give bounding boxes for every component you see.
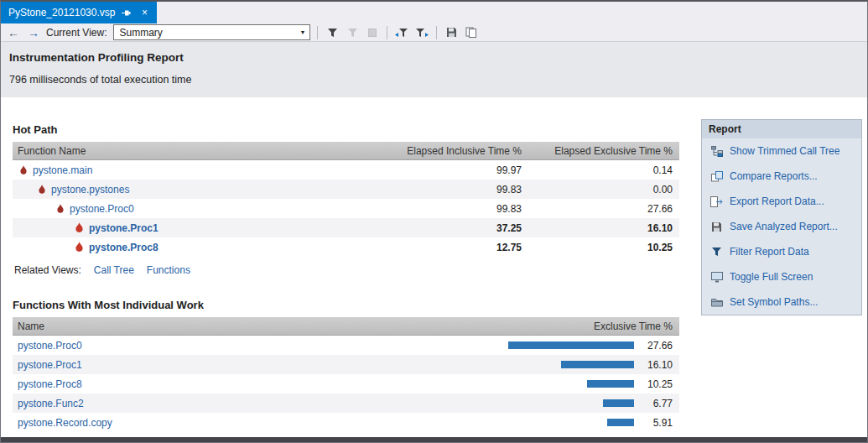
report-item-set-symbol-paths[interactable]: Set Symbol Paths... [702, 289, 861, 315]
hot-flame-icon [75, 222, 84, 233]
back-icon[interactable]: ← [6, 25, 21, 40]
main-content: Hot Path Function Name Elapsed Inclusive… [1, 97, 867, 442]
stop-icon[interactable] [365, 25, 380, 40]
column-header-function-name: Function Name [13, 145, 373, 157]
related-link-call-tree[interactable]: Call Tree [94, 264, 134, 276]
exclusive-time-value: 27.66 [528, 203, 679, 215]
function-link[interactable]: pystone.Proc0 [70, 203, 134, 215]
column-header-inclusive: Elapsed Inclusive Time % [373, 145, 528, 157]
filter-report-data-icon [710, 247, 723, 257]
function-link[interactable]: pystone.main [33, 164, 92, 176]
function-link[interactable]: pystone.Record.copy [13, 417, 508, 429]
filter-icon[interactable] [325, 25, 340, 40]
related-link-functions[interactable]: Functions [147, 264, 190, 276]
report-header: Instrumentation Profiling Report 796 mil… [1, 42, 867, 97]
column-header-exclusive-time: Exclusive Time % [486, 321, 679, 332]
clear-filter-icon[interactable] [345, 25, 360, 40]
individual-work-table-header: Name Exclusive Time % [13, 317, 679, 336]
table-row: pystone.pystones 99.83 0.00 [13, 180, 679, 199]
individual-work-rows: pystone.Proc0 27.66 pystone.Proc1 16.10 … [13, 336, 679, 432]
save-icon[interactable] [444, 25, 459, 40]
page-title: Instrumentation Profiling Report [9, 51, 859, 64]
flame-icon [56, 204, 65, 214]
function-link[interactable]: pystone.Proc0 [13, 340, 508, 352]
table-row: pystone.Func2 6.77 [13, 393, 679, 413]
time-bar [508, 341, 634, 349]
report-item-save-analyzed-report[interactable]: Save Analyzed Report... [702, 214, 861, 239]
column-header-name: Name [13, 321, 486, 332]
column-header-exclusive: Elapsed Exclusive Time % [528, 145, 679, 157]
report-item-toggle-full-screen[interactable]: Toggle Full Screen [702, 264, 861, 289]
table-row: pystone.main 99.97 0.14 [13, 160, 679, 180]
toolbar-separator [436, 26, 437, 39]
save-analyzed-report-icon [710, 222, 723, 232]
current-view-label: Current View: [46, 27, 107, 39]
time-bar [603, 399, 634, 407]
hot-flame-icon [75, 242, 84, 253]
table-row: pystone.Proc0 99.83 27.66 [13, 199, 679, 218]
table-row: pystone.Proc0 27.66 [13, 336, 679, 355]
inclusive-time-value: 99.83 [373, 184, 528, 195]
current-view-value: Summary [119, 27, 162, 39]
function-link[interactable]: pystone.Proc8 [13, 378, 508, 390]
function-link[interactable]: pystone.Proc1 [13, 359, 508, 371]
document-tab[interactable]: PyStone_20121030.vsp × [1, 2, 157, 23]
exclusive-time-value: 16.10 [634, 359, 679, 371]
time-bar [587, 380, 634, 388]
close-icon[interactable]: × [138, 7, 150, 18]
time-bar [607, 419, 634, 426]
forward-icon[interactable]: → [26, 25, 41, 40]
related-views-label: Related Views: [14, 264, 81, 276]
vs-profiler-window: PyStone_20121030.vsp × ← → Current View:… [0, 0, 868, 443]
exclusive-time-value: 6.77 [634, 398, 679, 409]
report-item-label[interactable]: Toggle Full Screen [730, 271, 813, 283]
report-item-label[interactable]: Set Symbol Paths... [730, 296, 818, 308]
report-item-label[interactable]: Filter Report Data [730, 246, 809, 258]
report-item-label[interactable]: Show Trimmed Call Tree [730, 145, 839, 157]
report-item-filter-report-data[interactable]: Filter Report Data [702, 239, 861, 264]
filter-prev-icon[interactable] [394, 25, 409, 40]
current-view-dropdown[interactable]: Summary ▼ [113, 24, 310, 40]
pin-icon[interactable] [121, 7, 133, 18]
table-row: pystone.Proc1 16.10 [13, 355, 679, 374]
function-link[interactable]: pystone.Func2 [13, 398, 508, 409]
function-link[interactable]: pystone.Proc8 [89, 242, 159, 253]
report-item-label[interactable]: Save Analyzed Report... [730, 221, 838, 232]
table-row: pystone.Proc8 10.25 [13, 374, 679, 393]
export-report-data-icon [710, 196, 723, 207]
inclusive-time-value: 99.83 [373, 203, 528, 215]
function-link[interactable]: pystone.Proc1 [89, 222, 159, 234]
hot-path-rows: pystone.main 99.97 0.14 pystone.pystones… [13, 160, 679, 257]
tab-strip: PyStone_20121030.vsp × [1, 2, 867, 23]
table-row: pystone.Record.copy 5.91 [13, 413, 679, 432]
tab-title: PyStone_20121030.vsp [8, 7, 115, 18]
compare-reports-icon [710, 171, 723, 182]
exclusive-time-value: 0.00 [528, 184, 679, 195]
report-panel: Report Show Trimmed Call Tree Compare Re… [701, 119, 862, 315]
toolbar-separator [317, 26, 318, 39]
filter-next-icon[interactable] [414, 25, 429, 40]
report-panel-title: Report [702, 120, 861, 138]
exclusive-time-value: 10.25 [634, 378, 679, 390]
report-item-export-report-data[interactable]: Export Report Data... [702, 189, 861, 214]
export-icon[interactable] [464, 25, 479, 40]
function-link[interactable]: pystone.pystones [51, 184, 129, 195]
exclusive-time-value: 10.25 [528, 242, 679, 253]
report-item-compare-reports[interactable]: Compare Reports... [702, 164, 861, 189]
set-symbol-paths-icon [710, 297, 723, 307]
table-row: pystone.Proc1 37.25 16.10 [13, 218, 679, 237]
toolbar: ← → Current View: Summary ▼ [1, 23, 867, 42]
hot-path-table-header: Function Name Elapsed Inclusive Time % E… [13, 142, 679, 160]
exclusive-time-value: 5.91 [634, 417, 679, 429]
inclusive-time-value: 99.97 [373, 164, 528, 176]
report-item-show-trimmed-call-tree[interactable]: Show Trimmed Call Tree [702, 138, 861, 164]
toggle-full-screen-icon [710, 272, 723, 283]
report-item-label[interactable]: Export Report Data... [730, 195, 824, 207]
exclusive-time-value: 16.10 [528, 222, 679, 234]
report-item-label[interactable]: Compare Reports... [730, 170, 818, 182]
individual-work-table: Name Exclusive Time % pystone.Proc0 27.6… [13, 317, 679, 432]
trimmed-call-tree-icon [710, 146, 723, 157]
hot-path-table: Function Name Elapsed Inclusive Time % E… [13, 142, 679, 257]
window-bottom-border [1, 437, 867, 442]
chevron-down-icon: ▼ [300, 29, 306, 35]
